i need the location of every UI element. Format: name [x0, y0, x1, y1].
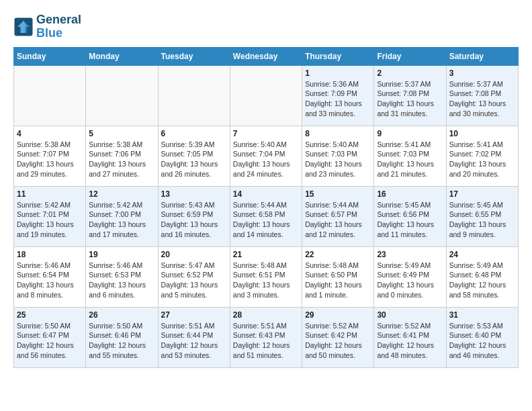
day-number: 30	[377, 310, 443, 320]
day-number: 17	[449, 189, 515, 199]
calendar-day-cell: 17Sunrise: 5:45 AM Sunset: 6:55 PM Dayli…	[446, 186, 518, 246]
day-info: Sunrise: 5:50 AM Sunset: 6:47 PM Dayligh…	[17, 321, 83, 361]
day-info: Sunrise: 5:48 AM Sunset: 6:51 PM Dayligh…	[233, 261, 299, 300]
calendar-day-cell: 7Sunrise: 5:40 AM Sunset: 7:04 PM Daylig…	[230, 126, 302, 186]
day-info: Sunrise: 5:38 AM Sunset: 7:07 PM Dayligh…	[17, 140, 83, 179]
calendar-day-cell: 15Sunrise: 5:44 AM Sunset: 6:57 PM Dayli…	[302, 186, 374, 246]
calendar-day-cell: 26Sunrise: 5:50 AM Sunset: 6:46 PM Dayli…	[86, 307, 158, 367]
day-number: 26	[89, 310, 154, 320]
day-number: 9	[377, 129, 443, 138]
day-info: Sunrise: 5:49 AM Sunset: 6:49 PM Dayligh…	[377, 261, 443, 300]
day-number: 31	[449, 310, 515, 320]
day-of-week-header: Friday	[374, 47, 446, 65]
calendar-day-cell: 3Sunrise: 5:37 AM Sunset: 7:08 PM Daylig…	[446, 65, 518, 126]
day-number: 6	[161, 129, 227, 138]
day-info: Sunrise: 5:41 AM Sunset: 7:03 PM Dayligh…	[377, 140, 443, 179]
day-number: 20	[161, 250, 227, 259]
calendar-day-cell: 8Sunrise: 5:40 AM Sunset: 7:03 PM Daylig…	[302, 126, 374, 186]
day-number: 1	[305, 68, 371, 78]
day-info: Sunrise: 5:48 AM Sunset: 6:50 PM Dayligh…	[305, 261, 371, 300]
calendar-day-cell	[86, 65, 158, 126]
day-info: Sunrise: 5:42 AM Sunset: 7:00 PM Dayligh…	[89, 200, 154, 240]
day-info: Sunrise: 5:44 AM Sunset: 6:58 PM Dayligh…	[233, 200, 299, 240]
calendar-day-cell: 24Sunrise: 5:49 AM Sunset: 6:48 PM Dayli…	[446, 246, 518, 307]
day-info: Sunrise: 5:50 AM Sunset: 6:46 PM Dayligh…	[89, 321, 154, 361]
logo-icon	[13, 17, 34, 37]
calendar-day-cell	[158, 65, 230, 126]
day-number: 24	[449, 250, 515, 259]
calendar-week-row: 1Sunrise: 5:36 AM Sunset: 7:09 PM Daylig…	[14, 65, 519, 126]
calendar-day-cell: 11Sunrise: 5:42 AM Sunset: 7:01 PM Dayli…	[14, 186, 86, 246]
day-info: Sunrise: 5:51 AM Sunset: 6:43 PM Dayligh…	[233, 321, 299, 361]
day-number: 28	[233, 310, 299, 320]
day-info: Sunrise: 5:43 AM Sunset: 6:59 PM Dayligh…	[161, 200, 227, 240]
calendar-day-cell: 5Sunrise: 5:38 AM Sunset: 7:06 PM Daylig…	[86, 126, 158, 186]
day-info: Sunrise: 5:51 AM Sunset: 6:44 PM Dayligh…	[161, 321, 227, 361]
day-of-week-header: Tuesday	[158, 47, 230, 65]
day-number: 29	[305, 310, 371, 320]
calendar-week-row: 4Sunrise: 5:38 AM Sunset: 7:07 PM Daylig…	[14, 126, 519, 186]
calendar-day-cell: 31Sunrise: 5:53 AM Sunset: 6:40 PM Dayli…	[446, 307, 518, 367]
calendar-day-cell: 18Sunrise: 5:46 AM Sunset: 6:54 PM Dayli…	[14, 246, 86, 307]
day-info: Sunrise: 5:49 AM Sunset: 6:48 PM Dayligh…	[449, 261, 515, 300]
day-number: 2	[377, 68, 443, 78]
day-number: 11	[17, 189, 83, 199]
day-info: Sunrise: 5:47 AM Sunset: 6:52 PM Dayligh…	[161, 261, 227, 300]
day-of-week-header: Saturday	[446, 47, 518, 65]
day-info: Sunrise: 5:52 AM Sunset: 6:42 PM Dayligh…	[305, 321, 371, 361]
day-number: 21	[233, 250, 299, 259]
calendar-day-cell	[230, 65, 302, 126]
day-of-week-header: Sunday	[14, 47, 86, 65]
day-info: Sunrise: 5:41 AM Sunset: 7:02 PM Dayligh…	[449, 140, 515, 179]
calendar-day-cell: 19Sunrise: 5:46 AM Sunset: 6:53 PM Dayli…	[86, 246, 158, 307]
day-number: 5	[89, 129, 154, 138]
day-number: 7	[233, 129, 299, 138]
day-info: Sunrise: 5:45 AM Sunset: 6:55 PM Dayligh…	[449, 200, 515, 240]
calendar-day-cell: 27Sunrise: 5:51 AM Sunset: 6:44 PM Dayli…	[158, 307, 230, 367]
day-number: 16	[377, 189, 443, 199]
calendar-day-cell: 25Sunrise: 5:50 AM Sunset: 6:47 PM Dayli…	[14, 307, 86, 367]
calendar-day-cell: 13Sunrise: 5:43 AM Sunset: 6:59 PM Dayli…	[158, 186, 230, 246]
day-number: 14	[233, 189, 299, 199]
calendar-day-cell: 9Sunrise: 5:41 AM Sunset: 7:03 PM Daylig…	[374, 126, 446, 186]
calendar-day-cell: 6Sunrise: 5:39 AM Sunset: 7:05 PM Daylig…	[158, 126, 230, 186]
day-info: Sunrise: 5:46 AM Sunset: 6:54 PM Dayligh…	[17, 261, 83, 300]
day-info: Sunrise: 5:38 AM Sunset: 7:06 PM Dayligh…	[89, 140, 154, 179]
calendar-day-cell: 20Sunrise: 5:47 AM Sunset: 6:52 PM Dayli…	[158, 246, 230, 307]
day-of-week-header: Thursday	[302, 47, 374, 65]
day-info: Sunrise: 5:46 AM Sunset: 6:53 PM Dayligh…	[89, 261, 154, 300]
day-of-week-header: Monday	[86, 47, 158, 65]
calendar-table: SundayMondayTuesdayWednesdayThursdayFrid…	[13, 47, 519, 368]
day-number: 8	[305, 129, 371, 138]
calendar-day-cell: 12Sunrise: 5:42 AM Sunset: 7:00 PM Dayli…	[86, 186, 158, 246]
calendar-day-cell: 14Sunrise: 5:44 AM Sunset: 6:58 PM Dayli…	[230, 186, 302, 246]
calendar-day-cell: 29Sunrise: 5:52 AM Sunset: 6:42 PM Dayli…	[302, 307, 374, 367]
day-of-week-header: Wednesday	[230, 47, 302, 65]
calendar-day-cell: 1Sunrise: 5:36 AM Sunset: 7:09 PM Daylig…	[302, 65, 374, 126]
calendar-day-cell: 22Sunrise: 5:48 AM Sunset: 6:50 PM Dayli…	[302, 246, 374, 307]
calendar-day-cell	[14, 65, 86, 126]
logo: General Blue	[13, 13, 81, 40]
calendar-day-cell: 30Sunrise: 5:52 AM Sunset: 6:41 PM Dayli…	[374, 307, 446, 367]
calendar-header-row: SundayMondayTuesdayWednesdayThursdayFrid…	[14, 47, 519, 65]
calendar-day-cell: 10Sunrise: 5:41 AM Sunset: 7:02 PM Dayli…	[446, 126, 518, 186]
day-number: 23	[377, 250, 443, 259]
calendar-week-row: 11Sunrise: 5:42 AM Sunset: 7:01 PM Dayli…	[14, 186, 519, 246]
page-header: General Blue	[13, 13, 519, 40]
day-number: 25	[17, 310, 83, 320]
day-number: 4	[17, 129, 83, 138]
day-info: Sunrise: 5:53 AM Sunset: 6:40 PM Dayligh…	[449, 321, 515, 361]
calendar-day-cell: 16Sunrise: 5:45 AM Sunset: 6:56 PM Dayli…	[374, 186, 446, 246]
day-number: 18	[17, 250, 83, 259]
calendar-day-cell: 2Sunrise: 5:37 AM Sunset: 7:08 PM Daylig…	[374, 65, 446, 126]
day-info: Sunrise: 5:37 AM Sunset: 7:08 PM Dayligh…	[377, 79, 443, 119]
day-number: 15	[305, 189, 371, 199]
day-info: Sunrise: 5:36 AM Sunset: 7:09 PM Dayligh…	[305, 79, 371, 119]
day-number: 27	[161, 310, 227, 320]
day-info: Sunrise: 5:52 AM Sunset: 6:41 PM Dayligh…	[377, 321, 443, 361]
day-number: 19	[89, 250, 154, 259]
calendar-day-cell: 21Sunrise: 5:48 AM Sunset: 6:51 PM Dayli…	[230, 246, 302, 307]
calendar-day-cell: 4Sunrise: 5:38 AM Sunset: 7:07 PM Daylig…	[14, 126, 86, 186]
day-info: Sunrise: 5:44 AM Sunset: 6:57 PM Dayligh…	[305, 200, 371, 240]
logo-text: General Blue	[36, 13, 81, 40]
